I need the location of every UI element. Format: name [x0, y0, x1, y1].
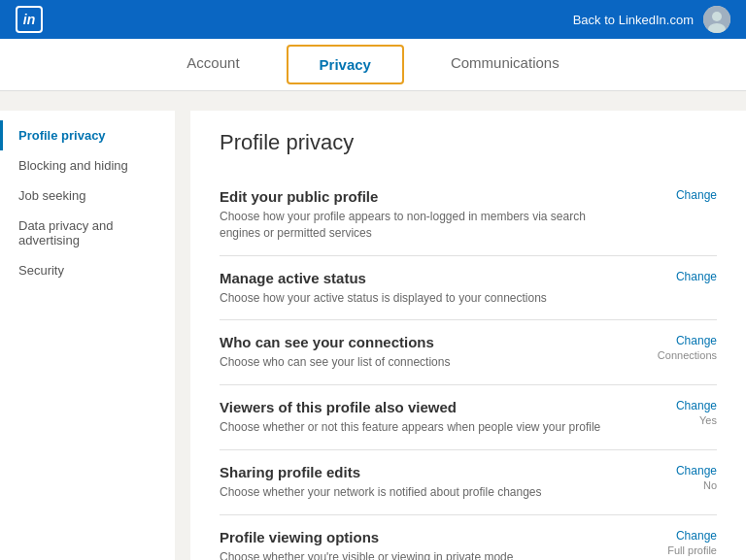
setting-value-connections: Connections	[658, 349, 717, 361]
settings-right-profile-viewing: ChangeFull profile	[639, 529, 717, 556]
sidebar-item-security[interactable]: Security	[0, 255, 175, 285]
settings-left-connections: Who can see your connectionsChoose who c…	[220, 334, 639, 371]
settings-left-sharing-edits: Sharing profile editsChoose whether your…	[220, 464, 639, 501]
sidebar-item-profile-privacy[interactable]: Profile privacy	[0, 120, 175, 150]
tab-account[interactable]: Account	[148, 39, 278, 90]
change-link-public-profile[interactable]: Change	[676, 188, 717, 202]
change-link-viewers-also-viewed[interactable]: Change	[676, 399, 717, 412]
sidebar: Profile privacy Blocking and hiding Job …	[0, 111, 175, 560]
page-title: Profile privacy	[220, 130, 717, 155]
sidebar-item-data-privacy[interactable]: Data privacy and advertising	[0, 211, 175, 255]
settings-desc-active-status: Choose how your active status is display…	[220, 290, 620, 307]
settings-desc-viewers-also-viewed: Choose whether or not this feature appea…	[220, 419, 620, 436]
topbar: in Back to LinkedIn.com	[0, 0, 746, 39]
settings-title-active-status: Manage active status	[220, 270, 620, 286]
settings-right-sharing-edits: ChangeNo	[639, 464, 717, 491]
nav-tabs: Account Privacy Communications	[0, 39, 746, 91]
settings-row-profile-viewing: Profile viewing optionsChoose whether yo…	[220, 515, 717, 560]
settings-list: Edit your public profileChoose how your …	[220, 175, 717, 560]
settings-desc-connections: Choose who can see your list of connecti…	[220, 354, 620, 371]
change-link-sharing-edits[interactable]: Change	[676, 464, 717, 478]
settings-right-viewers-also-viewed: ChangeYes	[639, 399, 717, 426]
settings-right-public-profile: Change	[639, 188, 717, 202]
settings-left-active-status: Manage active statusChoose how your acti…	[220, 270, 639, 307]
setting-value-profile-viewing: Full profile	[667, 544, 717, 556]
tab-communications[interactable]: Communications	[412, 39, 598, 90]
settings-row-sharing-edits: Sharing profile editsChoose whether your…	[220, 450, 717, 515]
settings-left-viewers-also-viewed: Viewers of this profile also viewedChoos…	[220, 399, 639, 436]
settings-row-connections: Who can see your connectionsChoose who c…	[220, 320, 717, 385]
settings-title-sharing-edits: Sharing profile edits	[220, 464, 620, 480]
settings-left-profile-viewing: Profile viewing optionsChoose whether yo…	[220, 529, 639, 560]
svg-point-1	[712, 12, 722, 21]
settings-desc-sharing-edits: Choose whether your network is notified …	[220, 484, 620, 501]
setting-value-viewers-also-viewed: Yes	[699, 414, 717, 426]
settings-title-viewers-also-viewed: Viewers of this profile also viewed	[220, 399, 620, 415]
sidebar-item-job-seeking[interactable]: Job seeking	[0, 181, 175, 211]
change-link-connections[interactable]: Change	[676, 334, 717, 347]
settings-row-public-profile: Edit your public profileChoose how your …	[220, 175, 717, 256]
content-area: Profile privacy Edit your public profile…	[190, 111, 746, 560]
back-to-linkedin[interactable]: Back to LinkedIn.com	[573, 13, 694, 27]
settings-desc-profile-viewing: Choose whether you're visible or viewing…	[220, 549, 620, 560]
settings-row-viewers-also-viewed: Viewers of this profile also viewedChoos…	[220, 385, 717, 450]
change-link-profile-viewing[interactable]: Change	[676, 529, 717, 543]
settings-right-connections: ChangeConnections	[639, 334, 717, 361]
settings-title-profile-viewing: Profile viewing options	[220, 529, 620, 545]
logo-text: in	[23, 12, 35, 27]
setting-value-sharing-edits: No	[703, 479, 717, 491]
change-link-active-status[interactable]: Change	[676, 270, 717, 283]
main-container: Profile privacy Blocking and hiding Job …	[0, 111, 746, 560]
topbar-right: Back to LinkedIn.com	[573, 6, 730, 33]
settings-right-active-status: Change	[639, 270, 717, 283]
linkedin-logo[interactable]: in	[16, 6, 43, 33]
user-avatar[interactable]	[703, 6, 730, 33]
settings-left-public-profile: Edit your public profileChoose how your …	[220, 188, 639, 242]
settings-title-public-profile: Edit your public profile	[220, 188, 620, 205]
tab-privacy[interactable]: Privacy	[287, 45, 404, 84]
settings-row-active-status: Manage active statusChoose how your acti…	[220, 256, 717, 321]
settings-title-connections: Who can see your connections	[220, 334, 620, 350]
sidebar-item-blocking-hiding[interactable]: Blocking and hiding	[0, 150, 175, 181]
settings-desc-public-profile: Choose how your profile appears to non-l…	[220, 209, 620, 242]
